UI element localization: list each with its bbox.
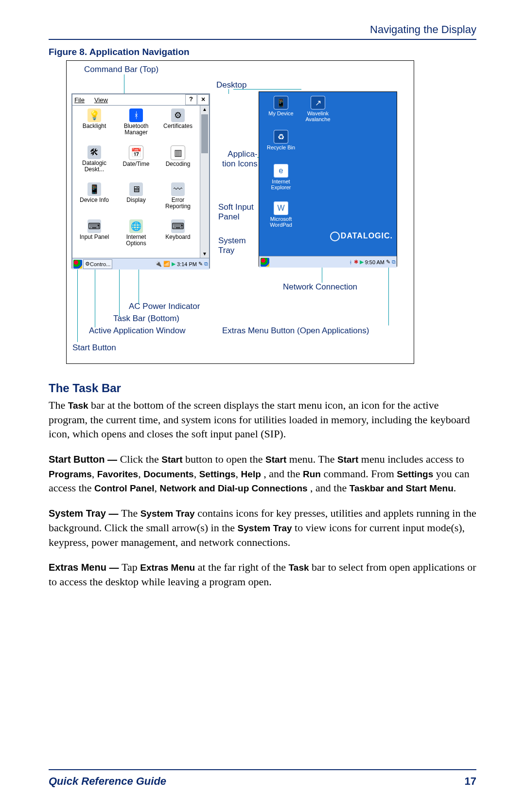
cp-datalogic-desktop[interactable]: 🛠Datalogic Deskt... (73, 144, 115, 180)
desk-my-device[interactable]: 📱My Device (264, 96, 298, 116)
callout-app-icons: Applica- tion Icons (222, 149, 258, 168)
active-app-button[interactable]: ⚙ Contro... (83, 259, 112, 269)
cp-error-reporting[interactable]: 〰Error Reporting (157, 180, 199, 217)
control-panel-window: File View ? × 💡Backlight ᚼBluetooth Mana… (71, 93, 210, 269)
callout-ac-power: AC Power Indicator (129, 302, 200, 311)
cp-decoding[interactable]: ▥Decoding (157, 144, 199, 180)
command-bar: File View ? × (72, 94, 209, 106)
cp-input-panel[interactable]: ⌨Input Panel (73, 217, 115, 254)
paragraph-start-button: Start Button — Click the Start button to… (49, 452, 476, 495)
callout-start-button: Start Button (72, 343, 116, 353)
desk-recycle-bin[interactable]: ♻Recycle Bin (264, 130, 298, 150)
figure-caption: Figure 8. Application Navigation (49, 47, 476, 57)
gear-icon: ⚙ (85, 261, 90, 267)
cp-keyboard[interactable]: ⌨Keyboard (157, 217, 199, 254)
header-rule (49, 39, 476, 40)
paragraph-extras-menu: Extras Menu — Tap Extras Menu at the far… (49, 560, 476, 589)
callout-network-conn: Network Connection (283, 282, 357, 292)
sip-icon[interactable]: ✎ (386, 259, 390, 265)
cp-datetime[interactable]: 📅Date/Time (115, 144, 157, 180)
cp-display[interactable]: 🖥Display (115, 180, 157, 217)
callout-extras-menu: Extras Menu Button (Open Applications) (222, 326, 369, 336)
datalogic-logo: DATALOGIC. (330, 232, 393, 241)
bt-icon: ᚼ (349, 259, 352, 265)
desk-wordpad[interactable]: WMicrosoft WordPad (264, 201, 298, 228)
extras-menu-icon[interactable]: ⧉ (204, 261, 208, 267)
menu-file[interactable]: File (74, 96, 85, 104)
running-header: Navigating the Display (49, 23, 476, 36)
desktop-window: 📱My Device ↗Wavelink Avalanche ♻Recycle … (259, 91, 397, 267)
help-icon[interactable]: ? (185, 94, 197, 105)
start-button[interactable] (261, 258, 269, 267)
tray-expand-icon[interactable]: ▶ (172, 261, 175, 267)
start-button[interactable] (73, 260, 82, 269)
task-bar-right: ᚼ ✱ ▶ 9:50 AM ✎ ⧉ (259, 256, 397, 268)
callout-task-bar: Task Bar (Bottom) (113, 314, 179, 324)
callout-active-app: Active Application Window (89, 326, 185, 336)
network-icon: ✱ (354, 259, 358, 265)
cp-bluetooth[interactable]: ᚼBluetooth Manager (115, 107, 157, 144)
scroll-up-icon[interactable]: ▲ (200, 106, 209, 113)
extras-menu-icon[interactable]: ⧉ (392, 259, 396, 265)
callout-desktop: Desktop (216, 80, 246, 90)
sip-icon[interactable]: ✎ (198, 261, 203, 267)
paragraph-intro: The Task bar at the bottom of the screen… (49, 398, 476, 441)
task-bar-left: ⚙ Contro... 🔌 📶 ▶ 3:14 PM ✎ ⧉ (72, 258, 209, 270)
desk-ie[interactable]: eInternet Explorer (264, 164, 298, 190)
cp-internet-options[interactable]: 🌐Internet Options (115, 217, 157, 254)
paragraph-system-tray: System Tray — The System Tray contains i… (49, 506, 476, 549)
tray-expand-icon[interactable]: ▶ (360, 259, 364, 265)
page-footer: Quick Reference Guide 17 (49, 769, 476, 788)
clock: 3:14 PM (177, 261, 197, 267)
signal-icon: 📶 (163, 261, 170, 267)
scroll-thumb[interactable] (201, 114, 208, 153)
cp-certificates[interactable]: ⚙Certificates (157, 107, 199, 144)
section-heading-task-bar: The Task Bar (49, 381, 476, 395)
clock: 9:50 AM (365, 259, 385, 265)
callout-command-bar: Command Bar (Top) (84, 65, 158, 74)
ac-power-icon: 🔌 (155, 261, 162, 267)
figure-8: Command Bar (Top) Desktop Applica- tion … (66, 60, 414, 364)
close-icon[interactable]: × (197, 94, 209, 105)
footer-page-number: 17 (465, 775, 476, 788)
menu-view[interactable]: View (94, 96, 108, 104)
control-panel-icon-grid: 💡Backlight ᚼBluetooth Manager ⚙Certifica… (72, 106, 200, 258)
footer-guide-title: Quick Reference Guide (49, 775, 166, 788)
callout-system-tray: System Tray (218, 236, 246, 255)
cp-device-info[interactable]: 📱Device Info (73, 180, 115, 217)
scrollbar[interactable]: ▲ ▼ (200, 106, 209, 258)
callout-soft-input: Soft Input Panel (218, 202, 254, 221)
cp-backlight[interactable]: 💡Backlight (73, 107, 115, 144)
desk-wavelink[interactable]: ↗Wavelink Avalanche (301, 96, 335, 122)
scroll-down-icon[interactable]: ▼ (200, 250, 209, 258)
